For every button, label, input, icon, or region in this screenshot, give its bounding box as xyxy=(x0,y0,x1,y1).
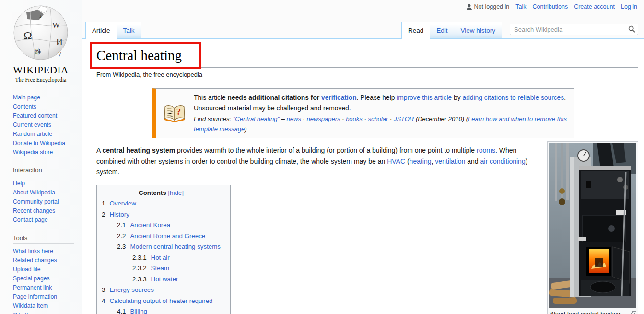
personal-link-create-account[interactable]: Create account xyxy=(574,3,615,10)
text-segment: · xyxy=(363,115,368,122)
toc-link-overview[interactable]: Overview xyxy=(109,200,136,207)
toc-number: 2.3.2 xyxy=(132,265,147,272)
sidebar-item-wikidata-item[interactable]: Wikidata item xyxy=(13,302,78,311)
heating-link[interactable]: heating xyxy=(410,157,432,165)
text-segment: by xyxy=(452,94,462,101)
site-subtitle: From Wikipedia, the free encyclopedia xyxy=(96,71,638,78)
wikipedia-globe-icon: Ω W И 7 維 د xyxy=(10,4,71,61)
toc-link-steam[interactable]: Steam xyxy=(151,265,169,272)
toc-item: 1Overview xyxy=(102,200,221,207)
toc-item: 4Calculating output of heater required xyxy=(102,297,221,304)
improve-this-article-link[interactable]: improve this article xyxy=(397,94,452,101)
toc-link-hot-water[interactable]: Hot water xyxy=(151,276,178,283)
sidebar-group: ToolsWhat links hereRelated changesUploa… xyxy=(13,234,78,314)
tab-read[interactable]: Read xyxy=(401,22,430,39)
toc-number: 3 xyxy=(102,286,105,293)
sidebar-item-donate-to-wikipedia[interactable]: Donate to Wikipedia xyxy=(13,139,78,148)
tab-talk[interactable]: Talk xyxy=(117,22,141,38)
sidebar-item-upload-file[interactable]: Upload file xyxy=(13,265,78,274)
sidebar-item-featured-content[interactable]: Featured content xyxy=(13,111,78,121)
find-sources-newspapers-link[interactable]: newspapers xyxy=(306,115,340,122)
toc-item: 2.3Modern central heating systems xyxy=(102,243,221,250)
find-sources-books-link[interactable]: books xyxy=(346,115,363,122)
text-segment: provides warmth to the whole interior of… xyxy=(175,146,477,154)
toc-number: 1 xyxy=(102,200,105,207)
wikipedia-logo[interactable]: Ω W И 7 維 د WIKIPEDIA The Free Encyclope… xyxy=(0,0,82,83)
namespace-tabs: ArticleTalk xyxy=(85,21,141,38)
text-segment: and xyxy=(465,157,480,165)
sidebar-item-contact-page[interactable]: Contact page xyxy=(13,216,78,225)
verification-link[interactable]: verification xyxy=(321,94,357,101)
adding-citations-link[interactable]: adding citations to reliable sources xyxy=(463,94,564,101)
sidebar-item-page-information[interactable]: Page information xyxy=(13,292,78,302)
toc-link-ancient-rome-and-greece[interactable]: Ancient Rome and Greece xyxy=(130,232,206,240)
toc-link-ancient-korea[interactable]: Ancient Korea xyxy=(130,221,171,229)
toc-item: 2.1Ancient Korea xyxy=(102,221,221,229)
sidebar-item-permanent-link[interactable]: Permanent link xyxy=(13,283,78,292)
toc-title-label: Contents xyxy=(139,189,166,196)
toc-item: 3Energy sources xyxy=(102,286,221,293)
article-image[interactable] xyxy=(549,143,636,308)
view-tab-list: ReadEditView history xyxy=(401,21,502,38)
toc-link-modern-central-heating-systems[interactable]: Modern central heating systems xyxy=(130,243,221,250)
svg-text:د: د xyxy=(39,12,42,20)
notice-line-2: Unsourced material may be challenged and… xyxy=(194,103,567,113)
tab-article[interactable]: Article xyxy=(85,22,117,39)
enlarge-icon[interactable] xyxy=(631,311,636,314)
sidebar-item-main-page[interactable]: Main page xyxy=(13,93,78,102)
sidebar-item-community-portal[interactable]: Community portal xyxy=(13,197,78,206)
content-area: Not logged in TalkContributionsCreate ac… xyxy=(82,0,644,314)
svg-text:維: 維 xyxy=(35,48,41,55)
sidebar-item-related-changes[interactable]: Related changes xyxy=(13,256,78,265)
toc-number: 2.2 xyxy=(117,232,126,240)
search-icon[interactable] xyxy=(628,25,635,34)
air-conditioning-link[interactable]: air conditioning xyxy=(480,157,526,165)
tab-edit[interactable]: Edit xyxy=(430,22,454,38)
sidebar-item-what-links-here[interactable]: What links here xyxy=(13,247,78,256)
sidebar-item-contents[interactable]: Contents xyxy=(13,102,78,111)
tab-view-history[interactable]: View history xyxy=(454,22,502,38)
page-title: Central heating xyxy=(96,47,638,64)
sidebar-item-random-article[interactable]: Random article xyxy=(13,130,78,139)
sidebar-item-recent-changes[interactable]: Recent changes xyxy=(13,206,78,216)
toc-number: 2.3.1 xyxy=(132,254,147,261)
hvac-link[interactable]: HVAC xyxy=(387,157,405,165)
toc-link-energy-sources[interactable]: Energy sources xyxy=(109,286,153,293)
wikipedia-tagline: The Free Encyclopedia xyxy=(0,77,82,83)
toc-link-billing[interactable]: Billing xyxy=(130,308,147,314)
find-sources-jstor-link[interactable]: JSTOR xyxy=(394,115,414,122)
rooms-link[interactable]: rooms xyxy=(477,146,495,154)
personal-link-log-in[interactable]: Log in xyxy=(621,3,637,10)
toc-link-calculating-output-of-heater-required[interactable]: Calculating output of heater required xyxy=(109,297,212,304)
tab-bar: ArticleTalk ReadEditView history xyxy=(82,21,644,39)
image-caption: Wood-fired central heating unit xyxy=(549,308,636,314)
sidebar-item-cite-this-page[interactable]: Cite this page xyxy=(13,311,78,314)
personal-link-talk[interactable]: Talk xyxy=(515,3,526,10)
search-input[interactable] xyxy=(510,24,638,35)
sidebar-item-wikipedia-store[interactable]: Wikipedia store xyxy=(13,148,78,157)
sidebar-item-special-pages[interactable]: Special pages xyxy=(13,274,78,283)
notice-line-1: This article needs additional citations … xyxy=(194,93,567,103)
sidebar-item-current-events[interactable]: Current events xyxy=(13,121,78,130)
text-segment: This article xyxy=(194,94,228,101)
toc-hide-toggle[interactable]: [hide] xyxy=(168,189,184,196)
find-sources-news-link[interactable]: news xyxy=(287,115,301,122)
find-sources-central-heating-link[interactable]: "Central heating" xyxy=(233,115,280,122)
notice-text: This article needs additional citations … xyxy=(194,92,567,134)
view-tabs: ReadEditView history xyxy=(401,21,644,38)
toc-link-history[interactable]: History xyxy=(109,211,129,218)
ventilation-link[interactable]: ventilation xyxy=(435,157,465,165)
find-sources-scholar-link[interactable]: scholar xyxy=(368,115,388,122)
user-icon xyxy=(466,4,472,10)
toc-list: 1Overview2History2.1Ancient Korea2.2Anci… xyxy=(102,200,221,314)
sidebar-group: Main pageContentsFeatured contentCurrent… xyxy=(13,93,78,157)
personal-link-contributions[interactable]: Contributions xyxy=(533,3,568,10)
sidebar-item-about-wikipedia[interactable]: About Wikipedia xyxy=(13,188,78,197)
toc-link-hot-air[interactable]: Hot air xyxy=(151,254,170,261)
not-logged-in-label: Not logged in xyxy=(474,3,510,10)
toc-number: 2.3 xyxy=(117,243,126,250)
sidebar-item-help[interactable]: Help xyxy=(13,179,78,188)
text-segment: needs additional citations for xyxy=(228,94,321,101)
toc-number: 2.3.3 xyxy=(132,276,147,283)
text-segment: central heating system xyxy=(102,146,175,154)
